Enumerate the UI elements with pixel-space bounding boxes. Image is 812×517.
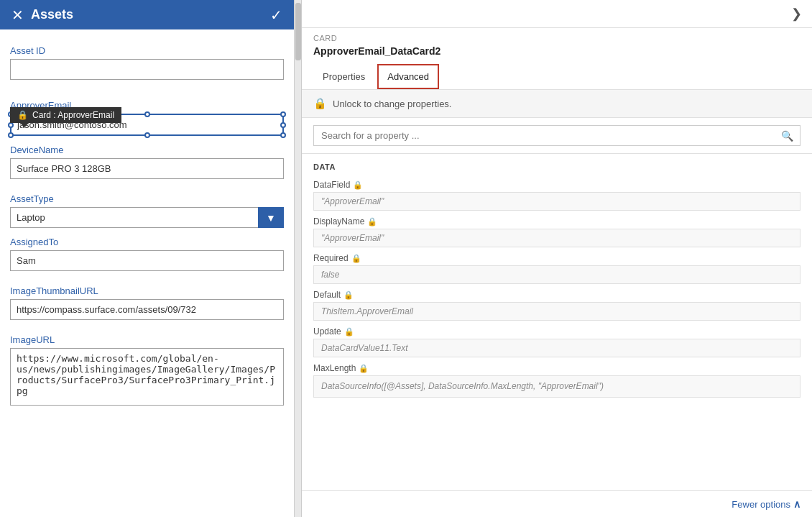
right-footer: Fewer options ∧ [302,490,812,517]
image-url-label: ImageURL [10,334,284,345]
image-thumbnail-section: ImageThumbnailURL [10,285,284,326]
update-value: DataCardValue11.Text [313,339,801,357]
left-header: ✕ Assets ✓ [0,0,294,29]
confirm-button[interactable]: ✓ [270,8,282,22]
datafield-label: DataField 🔒 [313,180,801,190]
fewer-options-label: Fewer options [732,499,790,510]
left-scrollbar[interactable] [295,0,302,517]
handle-tr [280,111,286,117]
default-label: Default 🔒 [313,290,801,300]
asset-type-section: AssetType Laptop Desktop Tablet ▼ [10,193,284,228]
asset-type-select-wrapper: Laptop Desktop Tablet ▼ [10,207,284,228]
prop-row-default: Default 🔒 ThisItem.ApproverEmail [302,285,812,322]
prop-row-datafield: DataField 🔒 "ApproverEmail" [302,175,812,212]
image-thumbnail-label: ImageThumbnailURL [10,285,284,296]
handle-tc [144,111,150,117]
handle-bl [8,132,14,138]
asset-id-label: Asset ID [10,45,284,56]
right-scroll-area: DATA DataField 🔒 "ApproverEmail" Display… [302,154,812,490]
handle-br [280,132,286,138]
panel-title: Assets [31,7,73,22]
image-thumbnail-input[interactable] [10,299,284,320]
update-lock-icon: 🔒 [344,327,354,337]
assigned-to-label: AssignedTo [10,237,284,247]
fewer-options-button[interactable]: Fewer options ∧ [732,498,801,510]
unlock-bar: 🔒 Unlock to change properties. [302,90,812,118]
update-label: Update 🔒 [313,326,801,337]
search-bar: 🔍 [302,118,812,154]
tab-properties[interactable]: Properties [313,65,374,88]
required-lock-icon: 🔒 [351,254,361,263]
image-url-textarea[interactable]: https://www.microsoft.com/global/en-us/n… [10,348,284,406]
expand-button[interactable]: ❯ [791,6,802,22]
datafield-value: "ApproverEmail" [313,192,801,211]
default-value: ThisItem.ApproverEmail [313,302,801,321]
left-scroll-area: 🔒 Card : ApproverEmail Asset ID Approver… [0,29,294,517]
tab-advanced[interactable]: Advanced [377,64,439,89]
card-tooltip: 🔒 Card : ApproverEmail [10,107,121,123]
default-lock-icon: 🔒 [343,290,354,300]
displayname-lock-icon: 🔒 [367,217,377,227]
right-top-bar: ❯ [302,0,812,28]
property-search-input[interactable] [313,125,801,146]
prop-row-update: Update 🔒 DataCardValue11.Text [302,322,812,359]
maxlength-value: DataSourceInfo([@Assets], DataSourceInfo… [313,375,801,398]
unlock-text: Unlock to change properties. [333,99,451,109]
displayname-label: DisplayName 🔒 [313,216,801,227]
tooltip-text: Card : ApproverEmail [32,110,114,120]
handle-bc [144,132,150,138]
right-tabs: Properties Advanced [302,64,812,90]
prop-row-maxlength: MaxLength 🔒 DataSourceInfo([@Assets], Da… [302,359,812,399]
prop-row-required: Required 🔒 false [302,249,812,285]
card-section-label: CARD [302,28,812,44]
image-url-section: ImageURL https://www.microsoft.com/globa… [10,334,284,408]
tooltip-lock-icon: 🔒 [17,110,28,120]
prop-row-displayname: DisplayName 🔒 "ApproverEmail" [302,212,812,249]
asset-id-input[interactable] [10,59,284,80]
left-scrollbar-thumb [295,3,301,60]
handle-mr [280,122,286,128]
device-name-section: DeviceName [10,145,284,185]
asset-type-select[interactable]: Laptop Desktop Tablet [10,207,284,228]
close-button[interactable]: ✕ [11,8,24,22]
card-title: ApproverEmail_DataCard2 [302,44,812,64]
right-panel: ❯ CARD ApproverEmail_DataCard2 Propertie… [302,0,812,517]
required-label: Required 🔒 [313,253,801,263]
maxlength-label: MaxLength 🔒 [313,363,801,373]
required-value: false [313,265,801,284]
datafield-lock-icon: 🔒 [353,180,363,190]
displayname-value: "ApproverEmail" [313,229,801,247]
left-panel: ✕ Assets ✓ 🔒 Card : ApproverEmail Asset … [0,0,295,517]
asset-type-label: AssetType [10,193,284,204]
chevron-up-icon: ∧ [793,498,801,510]
panel-title-group: ✕ Assets [11,7,73,22]
assigned-to-section: AssignedTo [10,237,284,277]
device-name-label: DeviceName [10,145,284,155]
asset-id-section: Asset ID [10,45,284,91]
maxlength-lock-icon: 🔒 [359,364,369,373]
assigned-to-input[interactable] [10,250,284,271]
device-name-input[interactable] [10,158,284,179]
lock-icon: 🔒 [313,97,327,110]
data-section-header: DATA [302,154,812,175]
